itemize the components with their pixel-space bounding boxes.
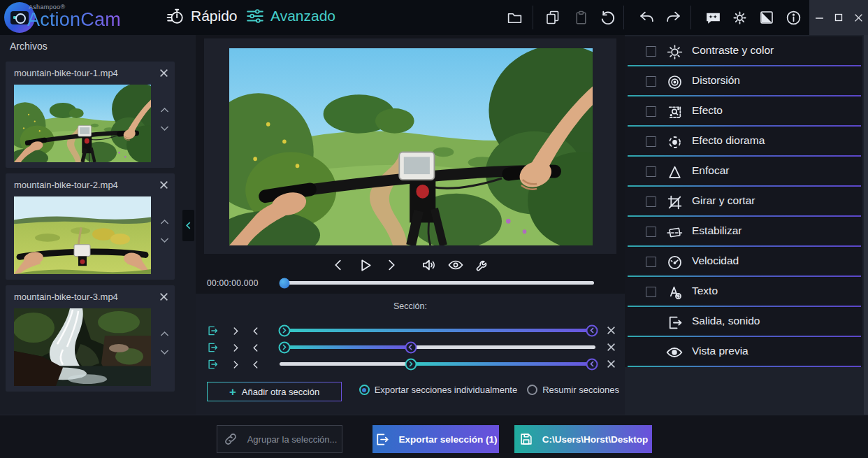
next-frame-icon[interactable]	[383, 257, 400, 274]
effect-row-vista-previa[interactable]: Vista previa	[625, 337, 862, 367]
remove-section-icon[interactable]	[605, 358, 616, 369]
tab-rapido[interactable]: Rápido	[166, 7, 238, 25]
move-down-icon[interactable]	[157, 345, 171, 358]
remove-file-icon[interactable]	[158, 179, 169, 190]
set-start-icon[interactable]	[229, 358, 242, 371]
feedback-icon[interactable]	[704, 8, 722, 27]
copy-icon[interactable]	[544, 8, 562, 27]
file-card-2[interactable]: mountain-bike-tour-2.mp4	[6, 173, 175, 280]
export-mode-radios: Exportar secciones individualmente Resum…	[359, 385, 619, 395]
range-start-handle[interactable]	[278, 341, 290, 353]
maximize-icon[interactable]	[829, 0, 848, 35]
effect-checkbox[interactable]	[646, 287, 656, 297]
effect-checkbox[interactable]	[646, 196, 656, 207]
section-range-slider[interactable]	[280, 329, 595, 332]
tab-avanzado-label: Avanzado	[270, 8, 335, 24]
effect-row-estabilizar[interactable]: Estabilizar	[625, 217, 862, 247]
range-end-handle[interactable]	[586, 324, 598, 336]
effect-row-velocidad[interactable]: Velocidad	[625, 247, 862, 277]
effect-checkbox[interactable]	[646, 76, 656, 87]
set-end-icon[interactable]	[249, 324, 261, 337]
reset-icon[interactable]	[598, 8, 616, 27]
remove-section-icon[interactable]	[605, 324, 616, 336]
output-path-button[interactable]: C:\Users\Horst\Desktop	[514, 425, 652, 453]
tab-avanzado[interactable]: Avanzado	[246, 7, 335, 25]
redo-icon[interactable]	[664, 8, 682, 27]
export-section-icon[interactable]	[205, 357, 219, 371]
export-section-icon[interactable]	[205, 341, 219, 355]
theme-contrast-icon[interactable]	[758, 8, 776, 27]
output-path-label: C:\Users\Horst\Desktop	[542, 434, 649, 445]
set-start-icon[interactable]	[229, 324, 242, 337]
effect-row-contraste[interactable]: Contraste y color	[625, 36, 862, 66]
file-name: mountain-bike-tour-1.mp4	[14, 68, 118, 78]
folder-open-icon[interactable]	[505, 8, 523, 27]
minimize-icon[interactable]	[809, 0, 829, 35]
range-start-handle[interactable]	[405, 358, 417, 370]
volume-icon[interactable]	[421, 257, 438, 274]
tools-wrench-icon[interactable]	[474, 257, 491, 274]
export-section-icon[interactable]	[205, 324, 219, 338]
effect-row-enfocar[interactable]: Enfocar	[625, 157, 862, 187]
file-card-1[interactable]: mountain-bike-tour-1.mp4	[6, 62, 175, 168]
effect-checkbox[interactable]	[646, 106, 656, 117]
remove-file-icon[interactable]	[158, 67, 169, 78]
remove-section-icon[interactable]	[605, 341, 616, 352]
set-end-icon[interactable]	[249, 341, 261, 354]
file-thumbnail[interactable]	[14, 308, 151, 386]
add-section-button[interactable]: + Añadir otra sección	[207, 382, 342, 401]
undo-icon[interactable]	[637, 8, 656, 27]
effect-row-distorsion[interactable]: Distorsión	[625, 66, 862, 96]
stopwatch-icon	[166, 7, 185, 25]
save-floppy-icon	[519, 431, 534, 447]
previous-frame-icon[interactable]	[330, 257, 347, 274]
sidebar-collapse-icon[interactable]	[182, 210, 194, 241]
group-selection-button[interactable]: Agrupar la selección...	[217, 425, 342, 453]
remove-file-icon[interactable]	[158, 291, 169, 302]
effect-checkbox[interactable]	[646, 166, 656, 177]
radio-label: Exportar secciones individualmente	[375, 385, 518, 395]
section-range-slider[interactable]	[280, 362, 595, 366]
paste-icon[interactable]	[572, 8, 590, 27]
info-icon[interactable]	[784, 8, 802, 27]
range-start-handle[interactable]	[278, 324, 290, 336]
radio-merge-sections[interactable]: Resumir secciones	[527, 385, 619, 395]
play-icon[interactable]	[356, 257, 374, 274]
preview-eye-icon[interactable]	[447, 257, 465, 274]
section-range-slider[interactable]	[280, 345, 595, 349]
close-icon[interactable]	[848, 0, 868, 35]
file-card-3[interactable]: mountain-bike-tour-3.mp4	[6, 285, 175, 392]
playhead-track[interactable]	[280, 281, 594, 285]
section-row-1	[196, 322, 625, 339]
set-end-icon[interactable]	[249, 358, 261, 371]
file-thumbnail[interactable]	[14, 196, 151, 274]
video-preview[interactable]	[229, 48, 593, 245]
export-selection-button[interactable]: Exportar selección (1)	[372, 425, 499, 453]
effect-checkbox[interactable]	[646, 227, 656, 237]
range-end-handle[interactable]	[405, 341, 417, 353]
effect-checkbox[interactable]	[646, 257, 656, 267]
file-thumbnail[interactable]	[14, 85, 151, 162]
radio-icon	[527, 385, 537, 395]
set-start-icon[interactable]	[229, 341, 242, 354]
move-up-icon[interactable]	[157, 215, 171, 228]
settings-gear-icon[interactable]	[730, 8, 748, 27]
effect-row-texto[interactable]: Texto	[625, 277, 862, 307]
move-up-icon[interactable]	[157, 103, 171, 116]
effect-row-salida-sonido[interactable]: Salida, sonido	[625, 307, 862, 337]
move-down-icon[interactable]	[157, 122, 171, 134]
export-icon	[374, 431, 390, 448]
move-down-icon[interactable]	[157, 234, 171, 246]
effect-row-girar-cortar[interactable]: Girar y cortar	[625, 187, 862, 217]
footer-bar: Agrupar la selección... Exportar selecci…	[0, 415, 868, 458]
effect-row-diorama[interactable]: Efecto diorama	[625, 127, 862, 157]
effect-checkbox[interactable]	[646, 136, 656, 147]
range-end-handle[interactable]	[586, 358, 598, 370]
playhead-thumb[interactable]	[279, 278, 289, 288]
effects-scrollbar[interactable]	[864, 35, 868, 415]
file-name: mountain-bike-tour-2.mp4	[14, 180, 118, 190]
move-up-icon[interactable]	[157, 327, 171, 340]
effect-row-efecto[interactable]: Efecto	[625, 96, 862, 127]
radio-export-individual[interactable]: Exportar secciones individualmente	[359, 385, 518, 395]
effect-checkbox[interactable]	[646, 46, 656, 57]
